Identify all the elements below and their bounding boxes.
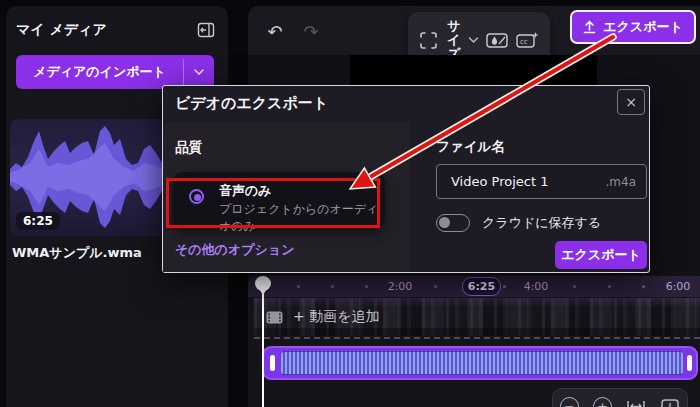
ruler-tick	[434, 285, 437, 288]
filename-extension: .m4a	[606, 175, 637, 189]
audio-only-option[interactable]: 音声のみ プロジェクトからのオーディオのみ	[173, 172, 385, 228]
filename-label: ファイル名	[436, 138, 505, 156]
toggle-knob	[439, 217, 450, 228]
media-duration-badge: 6:25	[16, 212, 60, 230]
zoom-in-icon[interactable]: +	[593, 397, 612, 407]
timeline-ruler[interactable]: 2:00 4:00 6:00 6:25	[248, 276, 700, 297]
ruler-tick	[365, 285, 368, 288]
snapping-icon[interactable]	[660, 397, 680, 407]
export-button-modal[interactable]: エクスポート	[555, 241, 647, 269]
cloud-save-label: クラウドに保存する	[482, 214, 601, 232]
svg-text:cc: cc	[520, 38, 528, 46]
quality-label: 品質	[175, 139, 202, 157]
ruler-label-2-00: 2:00	[388, 280, 413, 293]
track-separator	[254, 337, 700, 339]
media-panel-header: マイ メディア	[16, 16, 218, 44]
film-icon	[266, 311, 283, 324]
ruler-tick	[642, 285, 645, 288]
cloud-save-toggle[interactable]	[436, 214, 470, 232]
cloud-save-row: クラウドに保存する	[436, 214, 601, 232]
panel-collapse-glyph	[197, 21, 215, 39]
modal-title: ビデオのエクスポート	[175, 94, 328, 113]
ruler-tick	[297, 285, 300, 288]
redo-icon[interactable]: ↷	[298, 18, 324, 44]
media-item-thumbnail[interactable]: 6:25	[10, 119, 166, 236]
quality-pane: 品質 音声のみ プロジェクトからのオーディオのみ その他のオプション	[163, 123, 410, 272]
ruler-tick	[573, 285, 576, 288]
resize-glyph	[419, 31, 438, 50]
radio-selected-icon[interactable]	[189, 189, 204, 204]
collapse-panel-icon[interactable]	[194, 18, 218, 42]
more-options-link[interactable]: その他のオプション	[175, 241, 294, 259]
clip-trim-handle-left[interactable]	[270, 355, 275, 371]
export-button-top-label: エクスポート	[603, 18, 683, 36]
radio-dot	[194, 194, 201, 201]
audio-clip-selected[interactable]	[262, 346, 698, 380]
audio-only-description: プロジェクトからのオーディオのみ	[219, 201, 385, 235]
media-panel-title: マイ メディア	[16, 21, 107, 39]
chevron-down-icon	[193, 68, 205, 76]
timeline-zoom-controls: − +	[552, 388, 688, 407]
ruler-tick	[503, 285, 506, 288]
filename-value[interactable]: Video Project 1	[451, 174, 606, 189]
add-video-label[interactable]: + 動画を追加	[293, 308, 380, 326]
ruler-tick	[331, 285, 334, 288]
cc-glyph: cc	[516, 31, 539, 50]
upload-icon	[583, 20, 596, 34]
export-button-top[interactable]: エクスポート	[570, 10, 696, 44]
audio-only-title[interactable]: 音声のみ	[219, 182, 272, 200]
ruler-tick	[608, 285, 611, 288]
size-chevron-down-icon[interactable]	[468, 36, 479, 44]
import-media-button[interactable]: メディアのインポート	[16, 55, 214, 89]
undo-icon[interactable]: ↶	[262, 18, 288, 44]
zoom-out-icon[interactable]: −	[560, 397, 579, 407]
timeline-area: 2:00 4:00 6:00 6:25 + 動画を追加 − +	[248, 275, 700, 407]
ruler-label-4-00: 4:00	[524, 280, 549, 293]
import-media-label[interactable]: メディアのインポート	[16, 55, 183, 89]
resize-icon[interactable]	[416, 28, 440, 52]
video-track-overlay: + 動画を追加	[266, 298, 380, 336]
fit-to-screen-icon[interactable]	[626, 397, 646, 407]
top-toolbar: ↶ ↷ サイズ cc	[248, 6, 700, 55]
audio-clip-waveform	[281, 351, 683, 375]
current-time-badge: 6:25	[462, 277, 501, 296]
media-filename: WMAサンプル.wma	[12, 244, 142, 262]
import-options-chevron[interactable]	[184, 55, 214, 89]
video-track[interactable]: + 動画を追加	[254, 298, 700, 336]
fill-glyph	[486, 32, 508, 49]
export-modal: ビデオのエクスポート × 品質 音声のみ プロジェクトからのオーディオのみ その…	[162, 85, 650, 273]
ruler-label-6-00: 6:00	[666, 280, 691, 293]
clip-trim-handle-right[interactable]	[687, 355, 692, 371]
background-fill-icon[interactable]	[485, 28, 509, 52]
filename-input[interactable]: Video Project 1 .m4a	[436, 164, 647, 199]
close-icon[interactable]: ×	[617, 89, 645, 115]
captions-icon[interactable]: cc	[515, 28, 539, 52]
